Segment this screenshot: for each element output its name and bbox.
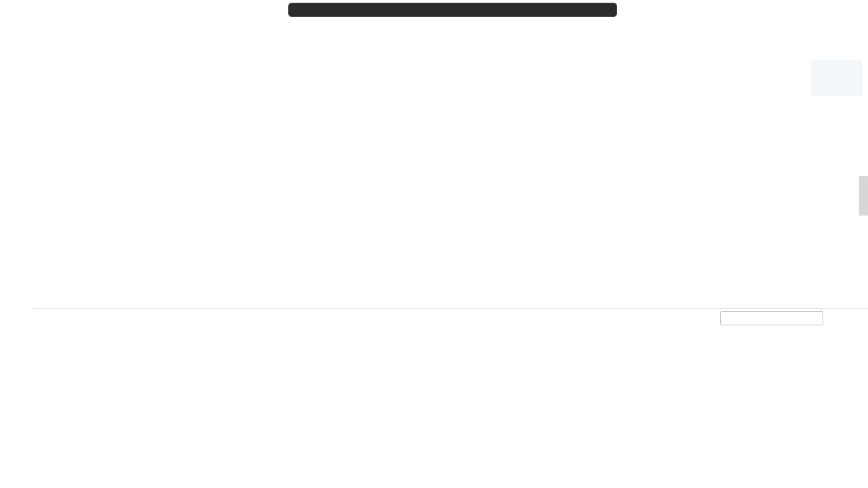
editor-area bbox=[33, 20, 868, 471]
go-live-status[interactable] bbox=[834, 471, 846, 488]
restore-button[interactable] bbox=[830, 0, 849, 20]
search-box[interactable] bbox=[288, 3, 617, 17]
spell-checker-status[interactable] bbox=[846, 471, 859, 488]
notifications-bell[interactable] bbox=[859, 471, 868, 488]
close-button[interactable] bbox=[849, 0, 868, 20]
vscode-window bbox=[0, 0, 868, 488]
breadcrumb bbox=[33, 46, 868, 60]
output-console[interactable] bbox=[33, 327, 868, 471]
code-editor[interactable] bbox=[33, 60, 868, 308]
encoding-status[interactable] bbox=[796, 471, 806, 488]
more-actions-icon[interactable] bbox=[846, 25, 861, 41]
editor-scrollbar[interactable] bbox=[859, 176, 868, 216]
history-navigation bbox=[250, 0, 261, 20]
customize-layout-icon[interactable] bbox=[793, 0, 811, 20]
status-bar bbox=[0, 471, 868, 488]
ports-status[interactable] bbox=[39, 471, 51, 488]
minimap-slider[interactable] bbox=[811, 60, 863, 96]
bottom-panel bbox=[33, 308, 868, 471]
output-channel-select[interactable] bbox=[720, 311, 823, 325]
status-left bbox=[0, 471, 51, 488]
title-bar bbox=[0, 0, 868, 20]
split-editor-icon[interactable] bbox=[829, 25, 844, 41]
panel-actions bbox=[720, 311, 859, 325]
activity-bar bbox=[0, 20, 33, 471]
vscode-logo-icon bbox=[6, 5, 18, 16]
titlebar-controls bbox=[756, 0, 868, 20]
toggle-sidebar-icon[interactable] bbox=[756, 0, 774, 20]
run-python-file-icon[interactable] bbox=[813, 25, 828, 41]
language-mode[interactable] bbox=[815, 471, 825, 488]
workbench bbox=[0, 20, 868, 471]
problems-status[interactable] bbox=[14, 471, 39, 488]
editor-actions bbox=[813, 20, 868, 46]
indentation-status[interactable] bbox=[787, 471, 796, 488]
panel-header bbox=[33, 309, 868, 327]
python-interpreter[interactable] bbox=[825, 471, 834, 488]
status-right bbox=[777, 471, 868, 488]
eol-status[interactable] bbox=[806, 471, 815, 488]
minimize-button[interactable] bbox=[811, 0, 830, 20]
editor-tabs-bar bbox=[33, 20, 868, 46]
cursor-position[interactable] bbox=[777, 471, 787, 488]
toggle-panel-icon[interactable] bbox=[774, 0, 793, 20]
